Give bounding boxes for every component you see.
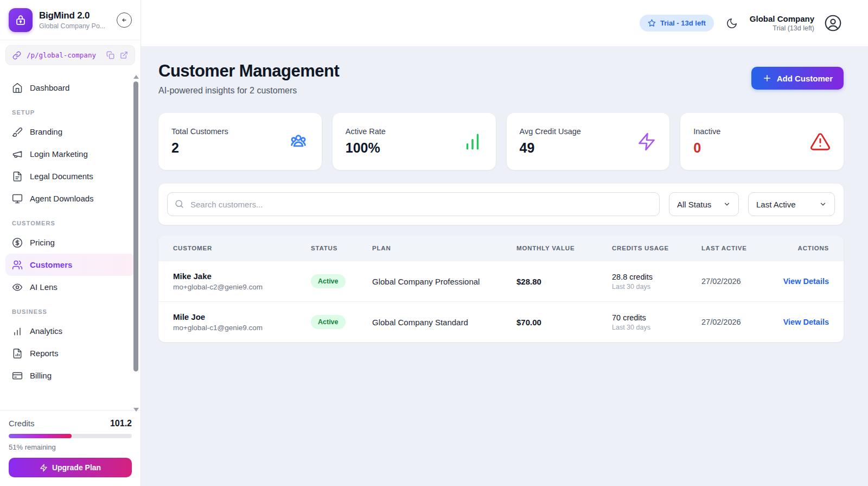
plus-icon: [762, 73, 772, 83]
stats-row: Total Customers 2 Active Rate 100%: [158, 113, 844, 170]
file-chart-icon: [12, 348, 23, 359]
user-avatar-icon: [824, 14, 842, 32]
main-column: Trial - 13d left Global Company Trial (1…: [141, 0, 868, 486]
view-details-link[interactable]: View Details: [783, 277, 829, 286]
stat-card-avg-credit-usage: Avg Credit Usage 49: [507, 113, 670, 170]
portal-path: /p/global-company: [27, 51, 101, 59]
trial-badge[interactable]: Trial - 13d left: [640, 15, 714, 31]
users-icon: [12, 260, 23, 270]
customer-name: Mike Jake: [173, 272, 311, 281]
monthly-value: $70.00: [516, 318, 612, 327]
sort-filter-value: Last Active: [756, 200, 796, 209]
dark-mode-toggle[interactable]: [724, 15, 740, 31]
sort-filter-select[interactable]: Last Active: [748, 192, 835, 216]
add-customer-button[interactable]: Add Customer: [751, 67, 844, 90]
nav-section-customers: CUSTOMERS: [0, 220, 141, 226]
stat-value: 2: [171, 140, 228, 156]
sidebar-item-label: Legal Documents: [30, 172, 93, 181]
column-header-monthly-value: Monthly Value: [516, 245, 612, 251]
sidebar-item-analytics[interactable]: Analytics: [5, 320, 135, 342]
stat-card-inactive: Inactive 0: [680, 113, 844, 170]
stat-value: 49: [520, 140, 581, 156]
add-customer-label: Add Customer: [777, 74, 833, 83]
file-text-icon: [12, 171, 23, 182]
credits-period: Last 30 days: [612, 324, 701, 331]
column-header-plan: Plan: [372, 245, 516, 251]
credits-progress-fill: [9, 434, 72, 438]
chevron-down-icon: [819, 200, 827, 208]
sidebar-item-pricing[interactable]: Pricing: [5, 231, 135, 254]
credits-period: Last 30 days: [612, 283, 701, 291]
sidebar-item-dashboard[interactable]: Dashboard: [5, 77, 135, 99]
table-header-row: Customer Status Plan Monthly Value Credi…: [158, 236, 844, 261]
copy-link-button[interactable]: [106, 51, 114, 59]
app-title: BigMind 2.0: [39, 10, 105, 21]
stat-label: Total Customers: [171, 127, 228, 136]
dollar-circle-icon: [12, 237, 23, 248]
sidebar-item-label: Reports: [30, 349, 59, 358]
scroll-down-arrow-icon[interactable]: [133, 408, 139, 412]
customers-table: Customer Status Plan Monthly Value Credi…: [158, 236, 844, 342]
search-input[interactable]: [167, 192, 660, 216]
column-header-actions: Actions: [783, 245, 829, 251]
sidebar-item-label: Agent Downloads: [30, 194, 94, 203]
page-subtitle: AI-powered insights for 2 customers: [158, 86, 339, 96]
link-icon: [12, 51, 21, 60]
users-icon: [288, 131, 309, 152]
sidebar-item-label: AI Lens: [30, 282, 58, 292]
sidebar-item-label: Branding: [30, 127, 62, 136]
sidebar-item-branding[interactable]: Branding: [5, 121, 135, 143]
stat-value: 100%: [346, 140, 386, 156]
arrow-left-circle-icon: [120, 16, 128, 24]
moon-icon: [726, 17, 738, 29]
stat-card-total-customers: Total Customers 2: [158, 113, 322, 170]
sidebar-item-reports[interactable]: Reports: [5, 342, 135, 364]
nav-section-business: BUSINESS: [0, 308, 141, 315]
plan-name: Global Company Standard: [372, 318, 516, 327]
sidebar-item-customers[interactable]: Customers: [5, 254, 135, 276]
workspace-name: Global Company Po...: [39, 22, 105, 30]
nav-section-setup: SETUP: [0, 109, 141, 116]
lightning-icon: [40, 464, 48, 472]
top-header: Trial - 13d left Global Company Trial (1…: [141, 0, 868, 46]
account-name: Global Company: [750, 14, 814, 23]
scrollbar-thumb[interactable]: [133, 81, 138, 371]
customer-email: mo+global-c1@genie9.com: [173, 324, 311, 332]
filter-bar: All Status Last Active: [158, 184, 844, 225]
open-portal-button[interactable]: [120, 51, 128, 59]
scroll-up-arrow-icon[interactable]: [133, 75, 139, 79]
view-details-link[interactable]: View Details: [783, 318, 829, 326]
sidebar-item-ai-lens[interactable]: AI Lens: [5, 276, 135, 298]
customer-name: Mile Joe: [173, 312, 311, 321]
sidebar-item-label: Customers: [30, 260, 72, 269]
stat-label: Avg Credit Usage: [520, 127, 581, 136]
megaphone-icon: [12, 149, 23, 160]
star-icon: [648, 19, 656, 27]
last-active-date: 27/02/2026: [701, 318, 783, 326]
sidebar-item-legal-documents[interactable]: Legal Documents: [5, 165, 135, 187]
sidebar-item-login-marketing[interactable]: Login Marketing: [5, 143, 135, 165]
sidebar: BigMind 2.0 Global Company Po... /p/glob…: [0, 0, 141, 486]
lock-icon: [15, 14, 27, 26]
plan-name: Global Company Professional: [372, 277, 516, 286]
status-filter-value: All Status: [677, 200, 711, 209]
page-title-row: Customer Management AI-powered insights …: [158, 61, 844, 96]
page-content: Customer Management AI-powered insights …: [141, 46, 868, 486]
user-menu-button[interactable]: [824, 14, 842, 32]
bar-chart-icon: [12, 326, 23, 337]
status-badge: Active: [311, 315, 346, 329]
app-identity: BigMind 2.0 Global Company Po...: [39, 10, 105, 30]
sidebar-item-billing[interactable]: Billing: [5, 364, 135, 387]
status-filter-select[interactable]: All Status: [669, 192, 739, 216]
sidebar-item-agent-downloads[interactable]: Agent Downloads: [5, 187, 135, 210]
portal-url-chip[interactable]: /p/global-company: [5, 45, 135, 65]
upgrade-plan-button[interactable]: Upgrade Plan: [9, 458, 132, 477]
collapse-sidebar-button[interactable]: [117, 12, 132, 28]
column-header-last-active: Last Active: [701, 245, 783, 251]
external-link-icon: [120, 51, 128, 59]
upgrade-plan-label: Upgrade Plan: [52, 463, 101, 472]
sidebar-item-label: Pricing: [30, 238, 55, 247]
table-row: Mike Jake mo+global-c2@genie9.com Active…: [158, 261, 844, 301]
credits-label: Credits: [9, 419, 35, 428]
account-plan: Trial (13d left): [750, 24, 814, 32]
